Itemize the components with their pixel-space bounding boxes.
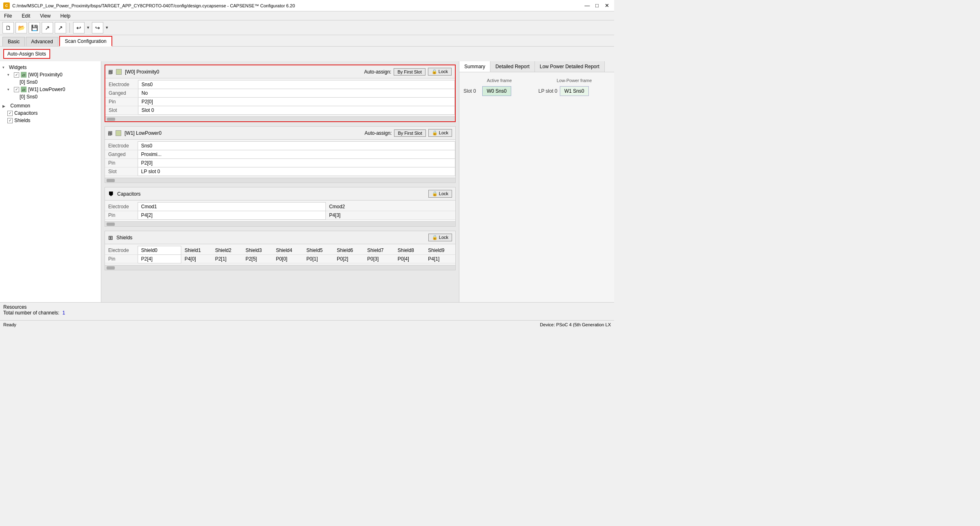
tab-summary[interactable]: Summary	[459, 61, 490, 72]
shield2-pin[interactable]: P2[1]	[212, 255, 243, 263]
shields-scrollbar[interactable]	[105, 265, 455, 270]
tree-proximity0-sns0[interactable]: [0] Sns0	[0, 78, 101, 86]
save-button[interactable]: 💾	[29, 22, 40, 33]
shield9-pin[interactable]: P4[1]	[425, 255, 455, 263]
widgets-chevron: ▾	[2, 65, 7, 69]
proximity0-auto-assign: Auto-assign: By First Slot 🔒 Lock	[364, 68, 452, 76]
proximity0-label: [W0] Proximity0	[28, 72, 62, 78]
tab-low-power-detailed-report[interactable]: Low Power Detailed Report	[535, 61, 605, 72]
table-row: Electrode Sns0	[105, 142, 455, 150]
ganged-value[interactable]: Proximi...	[138, 150, 455, 159]
menu-edit[interactable]: Edit	[19, 12, 33, 20]
electrode-label: Electrode	[105, 80, 138, 89]
menu-help[interactable]: Help	[58, 12, 73, 20]
tab-advanced[interactable]: Advanced	[26, 37, 58, 46]
lowpower0-scrollbar[interactable]	[105, 178, 455, 183]
shield0-pin[interactable]: P2[4]	[138, 255, 181, 263]
tree-lowpower0-sns0[interactable]: [0] Sns0	[0, 93, 101, 100]
proximity0-widget-title: [W0] Proximity0	[125, 69, 361, 75]
lowpower0-sns0-label: [0] Sns0	[20, 94, 38, 100]
cmod1-pin[interactable]: P4[2]	[138, 211, 325, 220]
status-right: Device: PSoC 4 (5th Generation LX	[540, 322, 611, 327]
open-button[interactable]: 📂	[16, 22, 27, 33]
maximize-button[interactable]: □	[593, 2, 601, 10]
resources-bar: Resources Total number of channels: 1	[0, 302, 614, 320]
menu-file[interactable]: File	[2, 12, 14, 20]
lp-slot0-row: LP slot 0 W1 Sns0	[539, 86, 610, 96]
minimize-button[interactable]: —	[583, 2, 591, 10]
shield5-pin[interactable]: P0[1]	[303, 255, 334, 263]
redo-arrow[interactable]: ▾	[105, 24, 109, 31]
lowpower0-label: [W1] LowPower0	[28, 87, 65, 92]
capacitors-icon: ⛊	[108, 191, 114, 197]
tree-shields[interactable]: Shields	[0, 117, 101, 124]
tab-detailed-report[interactable]: Detailed Report	[490, 61, 535, 72]
close-button[interactable]: ✕	[603, 2, 611, 10]
shield1-pin[interactable]: P4[0]	[181, 255, 212, 263]
slot-value[interactable]: LP slot 0	[138, 167, 455, 176]
slot0-cell: W0 Sns0	[482, 86, 511, 96]
pin-value[interactable]: P2[0]	[138, 159, 455, 167]
titlebar-title: C:/mtw/MSCLP_Low_Power_Proximity/bsps/TA…	[12, 3, 295, 8]
channels-value: 1	[62, 310, 65, 316]
shield8-pin[interactable]: P0[4]	[394, 255, 425, 263]
tree-proximity0[interactable]: ▾ ▱ [W0] Proximity0	[0, 71, 101, 78]
status-bar: Ready Device: PSoC 4 (5th Generation LX	[0, 320, 614, 328]
lowpower0-lock-button[interactable]: 🔒 Lock	[428, 129, 452, 137]
pin-value[interactable]: P2[0]	[138, 98, 455, 106]
proximity0-lock-button[interactable]: 🔒 Lock	[428, 68, 452, 76]
tree-lowpower0[interactable]: ▾ ▱ [W1] LowPower0	[0, 86, 101, 93]
electrode-value[interactable]: Sns0	[138, 142, 455, 150]
widget-card-lowpower0: □ [W1] LowPower0 Auto-assign: By First S…	[105, 126, 456, 183]
capacitors-scrollbar[interactable]	[105, 221, 455, 226]
ganged-value[interactable]: No	[138, 89, 455, 98]
new-button[interactable]: 🗋	[2, 22, 14, 33]
shields-icon: ⊞	[108, 234, 113, 241]
electrode-value[interactable]: Sns0	[138, 80, 455, 89]
tree-capacitors[interactable]: Capacitors	[0, 109, 101, 117]
electrode-label: Electrode	[105, 142, 138, 150]
shield1-header: Shield1	[181, 246, 212, 255]
channels-label: Total number of channels:	[3, 310, 59, 316]
right-tab-bar: Summary Detailed Report Low Power Detail…	[459, 61, 614, 72]
shield4-pin[interactable]: P0[0]	[273, 255, 303, 263]
proximity0-scrollbar[interactable]	[105, 116, 455, 121]
main-layout: ▾ Widgets ▾ ▱ [W0] Proximity0 [0] Sns0 ▾…	[0, 61, 614, 302]
tree-common-section[interactable]: ▶ Common	[0, 100, 101, 109]
shields-checkbox[interactable]	[7, 118, 13, 123]
shield3-pin[interactable]: P2[5]	[242, 255, 273, 263]
shields-header: ⊞ Shields 🔒 Lock	[105, 231, 455, 244]
tab-scan-configuration[interactable]: Scan Configuration	[59, 36, 112, 47]
capacitors-checkbox[interactable]	[7, 111, 13, 116]
widget-card-capacitors: ⛊ Capacitors 🔒 Lock Electrode Cmod1 Cmod…	[105, 187, 456, 227]
lowpower0-checkbox[interactable]	[14, 87, 19, 92]
undo-arrow[interactable]: ▾	[86, 24, 90, 31]
cmod2-pin[interactable]: P4[3]	[325, 211, 455, 220]
undo-button[interactable]: ↩	[73, 22, 85, 33]
proximity0-checkbox[interactable]	[14, 72, 19, 78]
lp-slot0-cell: W1 Sns0	[560, 86, 589, 96]
proximity0-sns0-label: [0] Sns0	[20, 79, 38, 85]
proximity0-by-first-slot-button[interactable]: By First Slot	[394, 68, 425, 76]
proximity0-table-container: Electrode Sns0 Ganged No Pin P2[0] Slot …	[105, 78, 455, 116]
table-row: Pin P4[2] P4[3]	[105, 211, 455, 220]
lowpower0-by-first-slot-button[interactable]: By First Slot	[394, 129, 425, 137]
capacitors-lock-button[interactable]: 🔒 Lock	[428, 190, 452, 198]
export-button[interactable]: ↗	[55, 22, 66, 33]
redo-button[interactable]: ↪	[92, 22, 103, 33]
proximity0-color-dot	[116, 69, 122, 75]
tree-widgets-section[interactable]: ▾ Widgets	[0, 64, 101, 71]
auto-assign-slots-button[interactable]: Auto-Assign Slots	[3, 49, 50, 59]
active-frame-section: Active frame Slot 0 W0 Sns0	[463, 76, 535, 96]
shields-lock-button[interactable]: 🔒 Lock	[428, 234, 452, 241]
lowpower0-table: Electrode Sns0 Ganged Proximi... Pin P2[…	[105, 141, 455, 176]
slot-value[interactable]: Slot 0	[138, 106, 455, 115]
import-button[interactable]: ↗	[42, 22, 53, 33]
proximity0-widget-icon: □	[109, 70, 113, 74]
menu-view[interactable]: View	[38, 12, 53, 20]
tab-basic[interactable]: Basic	[2, 37, 25, 46]
lowpower0-auto-assign-label: Auto-assign:	[365, 130, 392, 136]
shield6-pin[interactable]: P0[2]	[334, 255, 364, 263]
proximity0-scrollbar-thumb	[107, 118, 115, 121]
shield7-pin[interactable]: P0[3]	[364, 255, 394, 263]
